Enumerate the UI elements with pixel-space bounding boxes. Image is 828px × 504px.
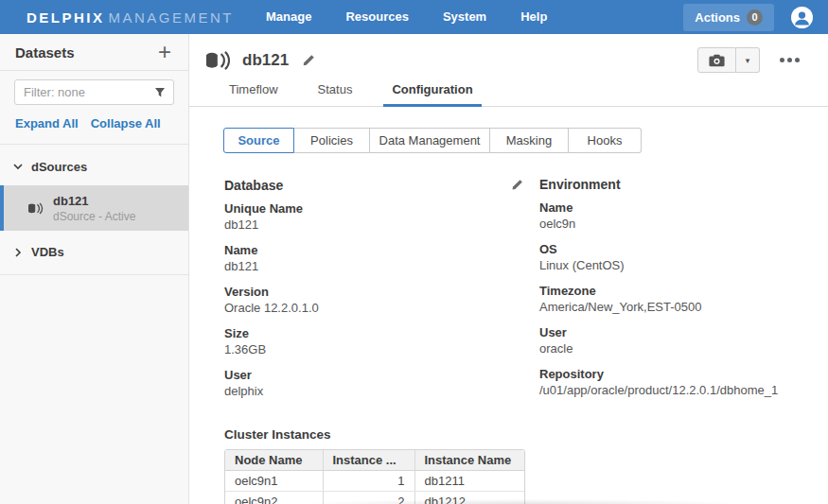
field-value: 1.36GB: [224, 342, 539, 356]
field-value: Oracle 12.2.0.1.0: [224, 301, 539, 315]
field-repository: Repository /u01/app/oracle/product/12.2.…: [539, 367, 809, 397]
field-value: /u01/app/oracle/product/12.2.0.1/dbhome_…: [539, 383, 809, 397]
field-value: db121: [224, 217, 539, 232]
field-label: OS: [539, 242, 809, 256]
brand-secondary-text: MANAGEMENT: [109, 9, 235, 26]
nav-menu: Manage Resources System Help: [249, 0, 564, 34]
field-value: delphix: [224, 384, 539, 398]
user-icon: [792, 8, 812, 27]
cell-instance-name: db1211: [414, 471, 524, 492]
column-header-node-name[interactable]: Node Name: [225, 450, 323, 471]
cell-node-name: oelc9n1: [225, 471, 323, 492]
table-row[interactable]: oelc9n2 2 db1212: [225, 492, 524, 504]
tree-item-status: dSource - Active: [53, 210, 135, 223]
field-label: Name: [539, 200, 809, 215]
add-dataset-button[interactable]: +: [156, 43, 173, 61]
field-value: db121: [224, 259, 539, 273]
field-label: Unique Name: [224, 201, 539, 216]
tree-controls: Expand All Collapse All: [15, 116, 173, 132]
collapse-all-link[interactable]: Collapse All: [91, 116, 161, 130]
table-row[interactable]: oelc9n1 1 db1211: [225, 471, 524, 492]
filter-input[interactable]: [24, 85, 154, 99]
tab-configuration[interactable]: Configuration: [390, 82, 474, 106]
tab-status[interactable]: Status: [316, 82, 355, 106]
cluster-instances-table: Node Name Instance ... Instance Name oel…: [224, 449, 525, 504]
expand-all-link[interactable]: Expand All: [15, 116, 79, 130]
field-value: America/New_York,EST-0500: [539, 300, 809, 314]
field-name: Name db121: [224, 243, 539, 273]
database-section: Database Unique Name db121 Name db121: [224, 177, 539, 409]
pencil-icon: [302, 54, 315, 67]
field-env-user: User oracle: [539, 325, 809, 356]
cell-instance-number: 2: [323, 492, 414, 504]
subtab-source[interactable]: Source: [223, 128, 294, 153]
field-timezone: Timezone America/New_York,EST-0500: [539, 284, 809, 314]
caret-down-icon: ▾: [746, 56, 750, 65]
main-tabs: Timeflow Status Configuration: [189, 82, 828, 107]
dataset-filter: [14, 79, 174, 105]
field-label: User: [224, 368, 539, 382]
more-options-button[interactable]: [776, 54, 803, 66]
configuration-content: Source Policies Data Management Masking …: [189, 107, 828, 504]
tree-group-dsources[interactable]: dSources: [0, 153, 188, 181]
user-avatar-button[interactable]: [791, 7, 813, 28]
field-unique-name: Unique Name db121: [224, 201, 539, 232]
field-os: OS Linux (CentOS): [539, 242, 809, 272]
vdbs-label: VDBs: [31, 245, 64, 259]
tree-group-vdbs[interactable]: VDBs: [0, 238, 188, 266]
field-value: oelc9n: [539, 217, 809, 231]
field-env-name: Name oelc9n: [539, 200, 809, 231]
pencil-icon: [511, 179, 523, 191]
subtab-data-management[interactable]: Data Management: [370, 128, 490, 153]
cluster-instances-section: Cluster Instances Node Name Instance ...…: [224, 427, 809, 504]
dataset-tree: dSources db121 dSource - Active VDBs: [0, 145, 188, 275]
cell-instance-name: db1212: [414, 492, 524, 504]
field-value: Linux (CentOS): [539, 258, 809, 272]
sidebar-divider: [0, 274, 188, 275]
field-value: oracle: [539, 341, 809, 356]
main-header: db121 ▾: [189, 34, 828, 74]
field-size: Size 1.36GB: [224, 326, 539, 356]
tab-timeflow[interactable]: Timeflow: [227, 82, 280, 106]
cell-instance-number: 1: [323, 471, 414, 492]
column-header-instance-name[interactable]: Instance Name: [414, 450, 524, 471]
field-label: Version: [224, 285, 539, 299]
chevron-right-icon: [13, 248, 23, 257]
cell-node-name: oelc9n2: [225, 492, 323, 504]
app-logo[interactable]: DELPHIXMANAGEMENT: [26, 9, 234, 26]
sidebar-title: Datasets: [15, 44, 75, 61]
subtab-masking[interactable]: Masking: [490, 128, 569, 153]
field-db-user: User delphix: [224, 368, 539, 398]
brand-primary-text: DELPHIX: [26, 9, 105, 26]
subtab-hooks[interactable]: Hooks: [569, 128, 642, 153]
nav-item-resources[interactable]: Resources: [328, 0, 425, 34]
table-header-row: Node Name Instance ... Instance Name: [225, 450, 524, 471]
nav-item-system[interactable]: System: [426, 0, 503, 34]
actions-count-badge: 0: [747, 9, 763, 26]
nav-item-manage[interactable]: Manage: [249, 0, 328, 34]
ellipsis-icon: [787, 58, 792, 62]
column-header-instance-number[interactable]: Instance ...: [323, 450, 414, 471]
subtab-policies[interactable]: Policies: [294, 128, 370, 153]
field-version: Version Oracle 12.2.0.1.0: [224, 285, 539, 315]
edit-title-button[interactable]: [300, 52, 317, 69]
filter-funnel-icon[interactable]: [154, 87, 166, 98]
cluster-instances-title: Cluster Instances: [224, 427, 809, 442]
snapshot-dropdown-button[interactable]: ▾: [736, 47, 760, 73]
field-label: Timezone: [539, 284, 809, 298]
nav-item-help[interactable]: Help: [503, 0, 564, 34]
ellipsis-icon: [780, 58, 784, 62]
actions-button[interactable]: Actions 0: [683, 4, 774, 31]
field-label: User: [539, 325, 809, 339]
sidebar-header: Datasets +: [0, 34, 188, 71]
environment-section: Environment Name oelc9n OS Linux (CentOS…: [539, 177, 809, 409]
environment-section-title: Environment: [539, 177, 621, 192]
database-section-title: Database: [224, 178, 283, 193]
snapshot-button[interactable]: [697, 47, 736, 73]
snapshot-button-group: ▾: [697, 47, 760, 73]
tree-item-db121[interactable]: db121 dSource - Active: [0, 185, 188, 231]
dsource-icon: [28, 202, 44, 215]
dsources-label: dSources: [31, 160, 87, 174]
camera-icon: [709, 54, 725, 67]
edit-database-button[interactable]: [509, 177, 525, 193]
